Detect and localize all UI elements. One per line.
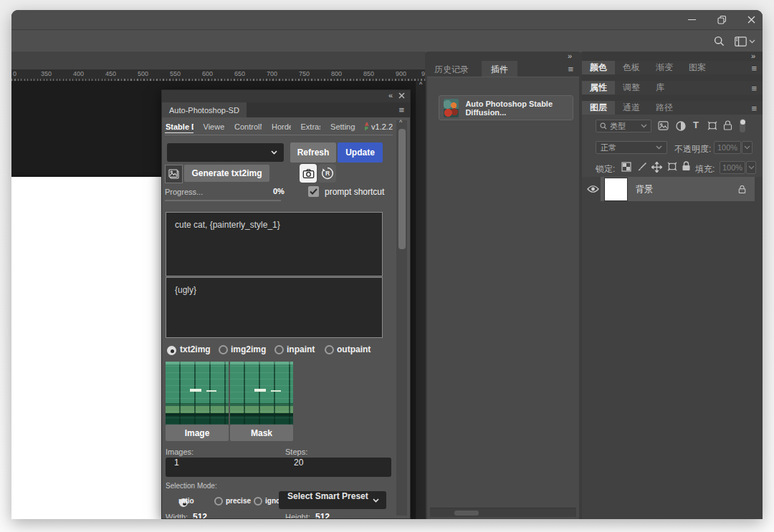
filter-type-layers-icon[interactable]: T [693,120,699,130]
tab-swatches[interactable]: 色板 [615,61,648,74]
radio-inpaint[interactable] [274,345,284,354]
search-icon[interactable] [714,36,725,47]
plugins-panel-group: » 历史记录 插件 ≡ Auto Photoshop Stable Diffus… [427,52,579,519]
options-bar [11,29,763,52]
tab-patterns[interactable]: 图案 [681,61,714,74]
generate-txt2img-button[interactable]: Generate txt2img [184,165,269,182]
radio-img2img[interactable] [219,345,228,354]
restore-button[interactable] [717,16,726,24]
sd-panel-scrollbar[interactable]: ^ [396,120,407,516]
mask-image-thumbnail[interactable] [230,362,293,425]
update-button[interactable]: Update [338,142,383,163]
close-panel-icon[interactable] [398,92,405,99]
tab-controlnet[interactable]: ControlN [234,120,262,133]
negative-prompt-textarea[interactable]: {ugly} [166,277,383,338]
layer-filter-type-dropdown[interactable]: 类型 [596,120,651,132]
radio-txt2img-label[interactable]: txt2img [180,344,211,354]
fill-dropdown-caret[interactable] [746,161,756,174]
layer-visibility-eye-icon[interactable] [587,185,599,193]
radio-precise[interactable] [214,497,223,506]
document-scrollbar[interactable]: ^ [415,81,426,519]
minimize-button[interactable] [688,16,696,24]
titlebar [11,10,763,29]
lock-position-icon[interactable] [651,162,662,173]
collapse-panels-icon[interactable]: » [751,52,755,60]
tab-color[interactable]: 颜色 [582,61,615,74]
collapse-panel-icon[interactable]: « [388,91,393,100]
tab-settings[interactable]: Settings [330,120,355,133]
lock-transparency-icon[interactable] [621,162,631,172]
panel-menu-icon[interactable]: ≡ [751,102,757,113]
tab-plugins[interactable]: 插件 [482,61,517,77]
prompt-shortcut-label: prompt shortcut [325,187,384,197]
filter-adjustment-layers-icon[interactable] [676,121,686,131]
panel-menu-icon[interactable]: ≡ [568,64,573,74]
lock-artboard-icon[interactable] [667,162,677,171]
scroll-up-icon[interactable]: ^ [399,119,402,126]
fill-input[interactable]: 100% [720,161,745,174]
tab-history[interactable]: 历史记录 [434,64,469,76]
image-button[interactable]: Image [166,425,229,441]
opacity-label: 不透明度: [674,143,711,155]
plugin-list-item[interactable]: Auto Photoshop Stable Diffusion... [439,95,573,120]
close-button[interactable] [747,16,755,24]
init-image-button[interactable] [165,165,183,183]
refresh-button[interactable]: Refresh [290,142,336,163]
width-label: Width: [166,513,188,518]
radio-txt2img[interactable] [167,346,176,355]
layer-thumbnail[interactable] [605,178,627,200]
scrollbar-thumb[interactable] [398,129,406,249]
opacity-dropdown-caret[interactable] [742,141,752,154]
filter-smart-objects-icon[interactable] [723,120,732,130]
filter-toggle[interactable] [740,119,745,132]
tab-properties[interactable]: 属性 [582,81,615,95]
camera-button[interactable] [300,164,317,183]
layer-row-background[interactable]: 背景 [582,177,763,201]
collapse-panels-icon[interactable]: » [568,52,572,60]
right-panel-column: » 颜色 色板 渐变 图案 ≡ 属性 调整 库 ≡ 图层 通道 路径 ≡ 类型 [582,52,763,519]
prompt-textarea[interactable]: cute cat, {painterly_style_1} [166,212,383,276]
tab-gradients[interactable]: 渐变 [648,61,681,74]
tab-channels[interactable]: 通道 [615,101,648,115]
opacity-input[interactable]: 100% [714,141,741,154]
panel-menu-icon[interactable]: ≡ [751,82,757,93]
selected-layer[interactable]: 背景 [601,177,755,201]
tab-viewer[interactable]: Viewer [203,120,225,133]
filter-pixel-layers-icon[interactable] [658,121,669,130]
steps-input[interactable]: 20 [285,458,391,477]
radio-outpaint[interactable] [325,345,334,354]
radio-inpaint-label[interactable]: inpaint [287,344,315,354]
blend-mode-dropdown[interactable]: 正常 [596,141,667,154]
filter-shape-layers-icon[interactable] [707,121,717,130]
smart-preset-dropdown[interactable]: Select Smart Preset [279,491,386,509]
plugins-hscrollbar[interactable] [430,508,576,517]
panel-menu-icon[interactable]: ≡ [398,105,404,115]
panel-menu-icon[interactable]: ≡ [751,62,757,73]
tab-paths[interactable]: 路径 [648,101,681,115]
restore-selection-button[interactable]: R [318,164,336,183]
tab-adjustments[interactable]: 调整 [615,81,648,95]
scroll-up-icon[interactable]: ^ [419,81,422,88]
lock-pixels-icon[interactable] [637,162,647,172]
sd-panel-content: Stable D Viewer ControlN Horde Extras Se… [162,117,410,518]
hscrollbar-thumb[interactable] [454,511,479,516]
model-dropdown[interactable] [167,143,284,162]
tab-libraries[interactable]: 库 [648,81,672,95]
radio-ratio-label[interactable]: ratio [178,497,194,505]
tab-stable-d[interactable]: Stable D [165,120,194,133]
radio-img2img-label[interactable]: img2img [231,344,266,354]
images-input[interactable]: 1 [166,458,292,477]
tab-layers[interactable]: 图层 [582,101,615,115]
radio-outpaint-label[interactable]: outpaint [337,344,371,354]
prompt-shortcut-checkbox[interactable] [308,186,319,197]
tab-horde[interactable]: Horde [271,120,291,133]
workspace-switcher-icon[interactable] [735,37,755,47]
radio-ignore[interactable] [254,497,262,506]
radio-precise-label[interactable]: precise [226,497,251,505]
tab-extras[interactable]: Extras [300,120,321,133]
mask-button[interactable]: Mask [230,425,293,441]
init-image-thumbnail[interactable] [166,362,229,425]
document-page[interactable] [11,177,167,519]
sd-panel-title-tab[interactable]: Auto-Photoshop-SD [162,102,247,117]
lock-all-icon[interactable] [682,161,691,171]
